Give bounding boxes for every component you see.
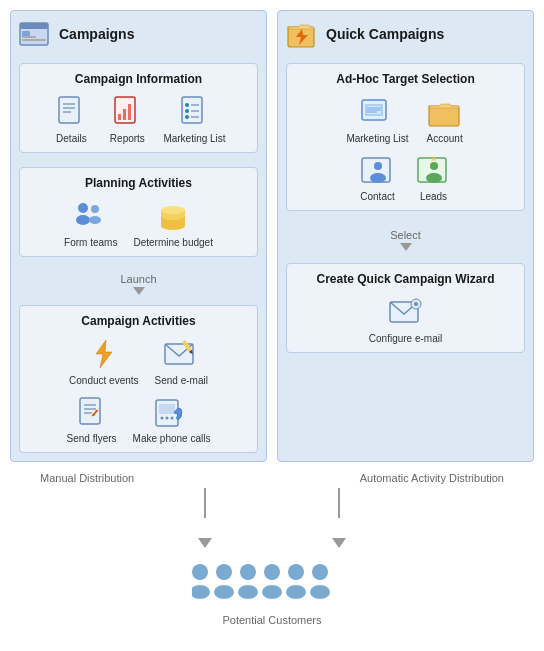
determine-budget-item[interactable]: Determine budget <box>133 198 213 248</box>
svg-point-71 <box>312 564 328 580</box>
determine-budget-icon <box>153 198 193 234</box>
make-phone-calls-label: Make phone calls <box>133 433 211 444</box>
conduct-events-label: Conduct events <box>69 375 139 386</box>
reports-item[interactable]: Reports <box>107 94 147 144</box>
configure-email-label: Configure e-mail <box>369 333 442 344</box>
make-phone-calls-item[interactable]: Make phone calls <box>133 394 211 444</box>
bottom-section: Manual Distribution Automatic Activity D… <box>10 472 534 626</box>
form-teams-label: Form teams <box>64 237 117 248</box>
campaign-information-box: Campaign Information Details <box>19 63 258 153</box>
svg-rect-13 <box>182 97 202 123</box>
svg-point-67 <box>264 564 280 580</box>
svg-rect-40 <box>159 404 175 414</box>
svg-rect-11 <box>123 109 126 120</box>
planning-icons: Form teams <box>28 198 249 248</box>
right-arrow-head <box>332 538 346 548</box>
adhoc-bottom-icons: Contact Leads <box>295 152 516 202</box>
adhoc-marketing-list-icon <box>358 94 398 130</box>
customers-icons <box>192 560 352 610</box>
svg-point-62 <box>192 585 210 599</box>
send-email-item[interactable]: Send e-mail <box>155 336 208 386</box>
make-phone-calls-icon <box>152 394 192 430</box>
determine-budget-label: Determine budget <box>133 237 213 248</box>
marketing-list-icon <box>175 94 215 130</box>
campaigns-header: Campaigns <box>19 19 258 49</box>
conduct-events-icon <box>84 336 124 372</box>
campaign-activities-title: Campaign Activities <box>28 314 249 328</box>
svg-point-65 <box>240 564 256 580</box>
right-column: Quick Campaigns Ad-Hoc Target Selection <box>277 10 534 462</box>
left-arrow-line <box>198 488 212 548</box>
campaign-activities-box: Campaign Activities Conduct events <box>19 305 258 453</box>
svg-point-63 <box>216 564 232 580</box>
svg-point-41 <box>160 417 163 420</box>
contact-item[interactable]: Contact <box>358 152 398 202</box>
main-container: Campaigns Campaign Information <box>0 0 544 636</box>
campaign-activities-icons: Conduct events <box>28 336 249 386</box>
details-item[interactable]: Details <box>51 94 91 144</box>
marketing-list-item[interactable]: Marketing List <box>163 94 225 144</box>
send-email-label: Send e-mail <box>155 375 208 386</box>
account-label: Account <box>427 133 463 144</box>
svg-rect-3 <box>22 39 46 41</box>
conduct-events-item[interactable]: Conduct events <box>69 336 139 386</box>
configure-email-icon <box>386 294 426 330</box>
send-email-icon <box>161 336 201 372</box>
quick-campaigns-title: Quick Campaigns <box>326 26 444 42</box>
svg-rect-5 <box>59 97 79 123</box>
wizard-icons: Configure e-mail <box>295 294 516 344</box>
svg-rect-1 <box>20 23 48 29</box>
svg-point-69 <box>288 564 304 580</box>
top-section: Campaigns Campaign Information <box>10 10 534 462</box>
account-item[interactable]: Account <box>425 94 465 144</box>
svg-point-56 <box>426 173 442 183</box>
configure-email-item[interactable]: Configure e-mail <box>369 294 442 344</box>
left-arrow-body <box>204 488 206 518</box>
left-arrow-head <box>198 538 212 548</box>
distribution-labels: Manual Distribution Automatic Activity D… <box>10 472 534 484</box>
planning-activities-title: Planning Activities <box>28 176 249 190</box>
campaign-info-icons: Details Reports <box>28 94 249 144</box>
wizard-box: Create Quick Campaign Wizard <box>286 263 525 353</box>
adhoc-target-box: Ad-Hoc Target Selection <box>286 63 525 211</box>
svg-marker-29 <box>96 340 112 368</box>
svg-point-55 <box>430 162 438 170</box>
planning-activities-box: Planning Activities <box>19 167 258 257</box>
svg-point-52 <box>374 162 382 170</box>
left-column: Campaigns Campaign Information <box>10 10 267 462</box>
adhoc-marketing-list-item[interactable]: Marketing List <box>346 94 408 144</box>
svg-point-43 <box>170 417 173 420</box>
quick-campaigns-icon <box>286 19 320 49</box>
leads-icon <box>414 152 454 188</box>
right-arrow-body <box>338 488 340 518</box>
leads-label: Leads <box>420 191 447 202</box>
svg-point-20 <box>78 203 88 213</box>
svg-point-23 <box>89 216 101 224</box>
form-teams-item[interactable]: Form teams <box>64 198 117 248</box>
details-icon <box>51 94 91 130</box>
details-label: Details <box>56 133 87 144</box>
svg-point-60 <box>414 302 418 306</box>
account-icon <box>425 94 465 130</box>
svg-point-42 <box>165 417 168 420</box>
manual-distribution-label: Manual Distribution <box>40 472 134 484</box>
campaign-information-title: Campaign Information <box>28 72 249 86</box>
marketing-list-label: Marketing List <box>163 133 225 144</box>
auto-distribution-label: Automatic Activity Distribution <box>360 472 504 484</box>
svg-point-53 <box>370 173 386 183</box>
svg-rect-12 <box>128 104 131 120</box>
customers-section: Potential Customers <box>192 560 352 626</box>
send-flyers-item[interactable]: Send flyers <box>67 394 117 444</box>
campaigns-icon <box>19 19 53 49</box>
svg-point-22 <box>91 205 99 213</box>
adhoc-target-title: Ad-Hoc Target Selection <box>295 72 516 86</box>
svg-point-64 <box>214 585 234 599</box>
quick-campaigns-header: Quick Campaigns <box>286 19 525 49</box>
send-flyers-label: Send flyers <box>67 433 117 444</box>
svg-point-18 <box>185 115 189 119</box>
svg-point-16 <box>185 109 189 113</box>
leads-item[interactable]: Leads <box>414 152 454 202</box>
svg-rect-10 <box>118 114 121 120</box>
potential-customers-icon <box>192 560 352 610</box>
svg-point-66 <box>238 585 258 599</box>
